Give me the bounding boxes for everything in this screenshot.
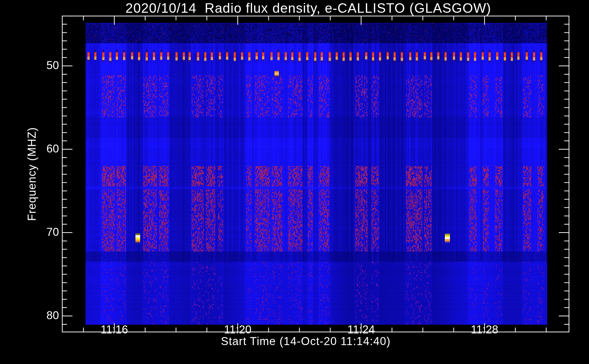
y-tick-label: 70: [15, 226, 59, 239]
y-tick-label: 50: [15, 59, 59, 72]
spectrogram-window: 2020/10/14 Radio flux density, e-CALLIST…: [0, 0, 589, 364]
y-tick-label: 60: [15, 142, 59, 155]
y-tick-label: 80: [15, 309, 59, 322]
x-axis-label: Start Time (14-Oct-20 11:14:40): [124, 335, 488, 348]
x-tick-label: 11:24: [336, 323, 387, 336]
x-tick-label: 11:20: [212, 323, 263, 336]
x-tick-label: 11:16: [89, 323, 140, 336]
x-tick-label: 11:28: [459, 323, 510, 336]
y-axis-label: Frequency (MHZ): [25, 127, 39, 221]
spectrogram-canvas: [0, 0, 589, 364]
chart-title: 2020/10/14 Radio flux density, e-CALLIST…: [48, 1, 569, 16]
